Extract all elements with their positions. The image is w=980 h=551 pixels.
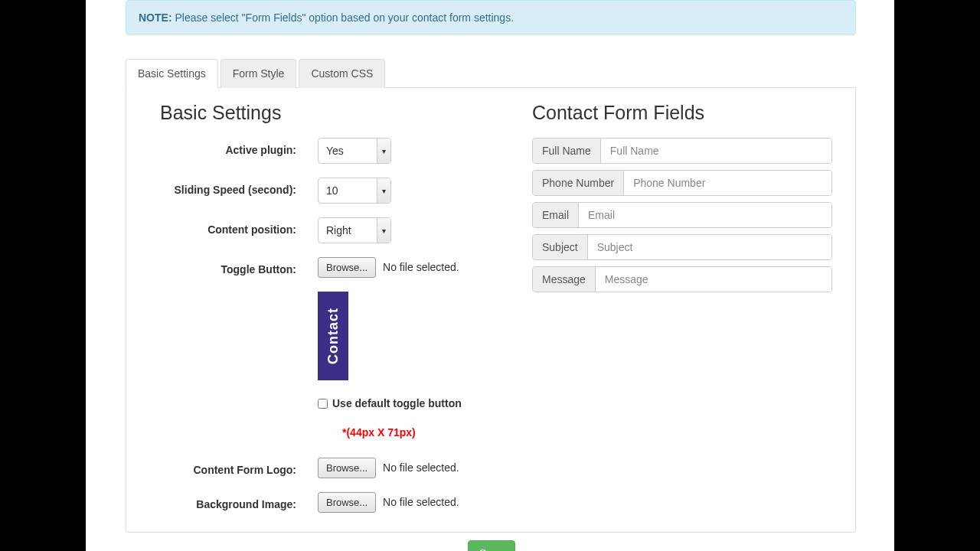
content-logo-file-status: No file selected.	[383, 461, 459, 474]
toggle-button-preview: Contact	[318, 292, 348, 380]
toggle-button-file-status: No file selected.	[383, 261, 459, 273]
background-image-label: Background Image:	[149, 492, 318, 510]
chevron-down-icon: ▾	[377, 218, 390, 243]
email-label: Email	[533, 203, 579, 227]
content-position-label: Content position:	[149, 217, 318, 236]
settings-tabs: Basic Settings Form Style Custom CSS	[126, 58, 856, 88]
content-position-select[interactable]: Right ▾	[318, 217, 391, 243]
full-name-label: Full Name	[533, 139, 601, 163]
contact-fields-heading: Contact Form Fields	[532, 102, 832, 124]
sliding-speed-select[interactable]: 10 ▾	[318, 178, 391, 204]
tab-basic-settings[interactable]: Basic Settings	[126, 59, 218, 88]
toggle-button-browse[interactable]: Browse...	[318, 257, 376, 278]
save-button[interactable]: Save	[468, 540, 515, 551]
toggle-size-hint: *(44px X 71px)	[342, 426, 501, 439]
content-position-value: Right	[318, 224, 377, 236]
basic-settings-heading: Basic Settings	[160, 102, 501, 124]
field-full-name: Full Name	[532, 138, 832, 164]
full-name-input[interactable]	[601, 139, 831, 163]
sliding-speed-label: Sliding Speed (second):	[149, 178, 318, 196]
use-default-toggle-checkbox[interactable]	[318, 399, 328, 409]
basic-settings-panel: Basic Settings Active plugin: Yes ▾ Slid…	[149, 102, 501, 513]
field-subject: Subject	[532, 234, 832, 260]
content-logo-label: Content Form Logo:	[149, 458, 318, 476]
phone-label: Phone Number	[533, 171, 624, 195]
chevron-down-icon: ▾	[377, 178, 390, 203]
active-plugin-value: Yes	[318, 145, 377, 157]
active-plugin-label: Active plugin:	[149, 138, 318, 156]
toggle-button-label: Toggle Button:	[149, 257, 318, 276]
subject-label: Subject	[533, 235, 588, 259]
email-input[interactable]	[579, 203, 831, 227]
field-message: Message	[532, 266, 832, 292]
field-phone: Phone Number	[532, 170, 832, 196]
phone-input[interactable]	[624, 171, 831, 195]
active-plugin-select[interactable]: Yes ▾	[318, 138, 391, 164]
sliding-speed-value: 10	[318, 184, 377, 197]
tab-content: Basic Settings Active plugin: Yes ▾ Slid…	[126, 88, 856, 533]
field-email: Email	[532, 202, 832, 228]
background-image-file-status: No file selected.	[383, 496, 459, 508]
notice-prefix: NOTE:	[139, 11, 172, 24]
info-notice: NOTE: Please select "Form Fields" option…	[126, 0, 856, 35]
content-logo-browse[interactable]: Browse...	[318, 458, 376, 478]
tab-custom-css[interactable]: Custom CSS	[299, 59, 385, 88]
background-image-browse[interactable]: Browse...	[318, 492, 376, 513]
message-input[interactable]	[596, 267, 831, 292]
chevron-down-icon: ▾	[377, 139, 390, 163]
message-label: Message	[533, 267, 596, 292]
notice-text: Please select "Form Fields" option based…	[172, 11, 514, 24]
toggle-preview-text: Contact	[325, 308, 341, 364]
contact-form-fields-panel: Contact Form Fields Full Name Phone Numb…	[532, 102, 832, 513]
tab-form-style[interactable]: Form Style	[220, 59, 297, 88]
subject-input[interactable]	[588, 235, 831, 259]
use-default-toggle-label: Use default toggle button	[332, 397, 462, 409]
